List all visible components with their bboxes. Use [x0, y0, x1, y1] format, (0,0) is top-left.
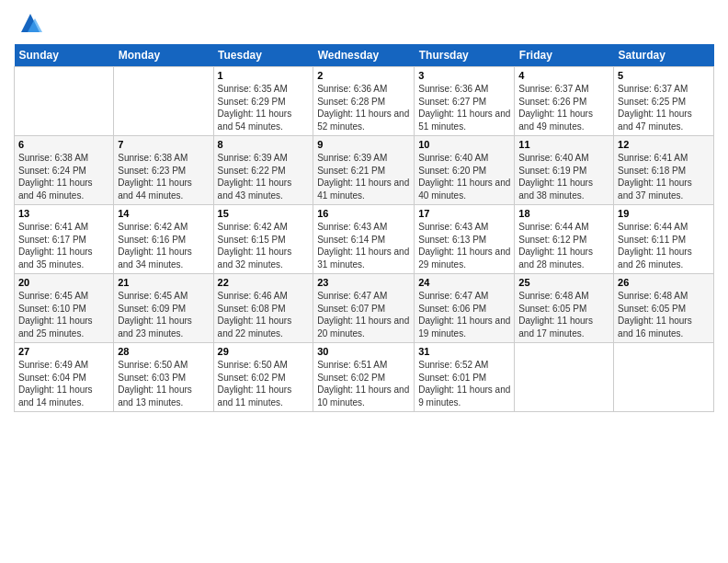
- day-number: 7: [118, 139, 209, 150]
- day-cell: 2Sunrise: 6:36 AM Sunset: 6:28 PM Daylig…: [313, 67, 415, 136]
- day-cell: 6Sunrise: 6:38 AM Sunset: 6:24 PM Daylig…: [15, 136, 114, 205]
- day-cell: 19Sunrise: 6:44 AM Sunset: 6:11 PM Dayli…: [614, 205, 714, 274]
- day-cell: [15, 67, 114, 136]
- day-info: Sunrise: 6:38 AM Sunset: 6:24 PM Dayligh…: [18, 152, 109, 201]
- day-info: Sunrise: 6:36 AM Sunset: 6:27 PM Dayligh…: [418, 83, 510, 132]
- day-cell: 28Sunrise: 6:50 AM Sunset: 6:03 PM Dayli…: [114, 343, 213, 412]
- day-info: Sunrise: 6:41 AM Sunset: 6:18 PM Dayligh…: [618, 152, 710, 201]
- day-cell: 8Sunrise: 6:39 AM Sunset: 6:22 PM Daylig…: [213, 136, 313, 205]
- day-number: 2: [317, 70, 410, 81]
- day-info: Sunrise: 6:40 AM Sunset: 6:19 PM Dayligh…: [518, 152, 609, 201]
- day-info: Sunrise: 6:35 AM Sunset: 6:29 PM Dayligh…: [218, 83, 310, 132]
- day-info: Sunrise: 6:42 AM Sunset: 6:16 PM Dayligh…: [118, 221, 209, 270]
- day-cell: 3Sunrise: 6:36 AM Sunset: 6:27 PM Daylig…: [415, 67, 515, 136]
- day-info: Sunrise: 6:37 AM Sunset: 6:26 PM Dayligh…: [518, 83, 609, 132]
- day-cell: 30Sunrise: 6:51 AM Sunset: 6:02 PM Dayli…: [313, 343, 415, 412]
- day-info: Sunrise: 6:45 AM Sunset: 6:10 PM Dayligh…: [18, 290, 109, 339]
- day-cell: 27Sunrise: 6:49 AM Sunset: 6:04 PM Dayli…: [15, 343, 114, 412]
- day-info: Sunrise: 6:38 AM Sunset: 6:23 PM Dayligh…: [118, 152, 209, 201]
- day-info: Sunrise: 6:44 AM Sunset: 6:12 PM Dayligh…: [518, 221, 609, 270]
- week-row-2: 6Sunrise: 6:38 AM Sunset: 6:24 PM Daylig…: [15, 136, 714, 205]
- day-cell: [114, 67, 213, 136]
- day-cell: 4Sunrise: 6:37 AM Sunset: 6:26 PM Daylig…: [515, 67, 614, 136]
- weekday-header-thursday: Thursday: [415, 44, 515, 67]
- day-number: 27: [18, 346, 109, 357]
- day-info: Sunrise: 6:40 AM Sunset: 6:20 PM Dayligh…: [418, 152, 510, 201]
- logo-icon: [17, 9, 44, 37]
- day-info: Sunrise: 6:50 AM Sunset: 6:02 PM Dayligh…: [218, 359, 310, 408]
- day-cell: 11Sunrise: 6:40 AM Sunset: 6:19 PM Dayli…: [515, 136, 614, 205]
- day-info: Sunrise: 6:52 AM Sunset: 6:01 PM Dayligh…: [418, 359, 510, 408]
- weekday-header-tuesday: Tuesday: [213, 44, 313, 67]
- weekday-header-wednesday: Wednesday: [313, 44, 415, 67]
- day-number: 29: [218, 346, 310, 357]
- day-number: 5: [618, 70, 710, 81]
- day-cell: 14Sunrise: 6:42 AM Sunset: 6:16 PM Dayli…: [114, 205, 213, 274]
- day-cell: 26Sunrise: 6:48 AM Sunset: 6:05 PM Dayli…: [614, 274, 714, 343]
- calendar-table: SundayMondayTuesdayWednesdayThursdayFrid…: [14, 44, 714, 412]
- day-cell: 21Sunrise: 6:45 AM Sunset: 6:09 PM Dayli…: [114, 274, 213, 343]
- day-number: 9: [317, 139, 410, 150]
- weekday-header-friday: Friday: [515, 44, 614, 67]
- page-container: SundayMondayTuesdayWednesdayThursdayFrid…: [0, 0, 728, 417]
- day-info: Sunrise: 6:49 AM Sunset: 6:04 PM Dayligh…: [18, 359, 109, 408]
- day-info: Sunrise: 6:51 AM Sunset: 6:02 PM Dayligh…: [317, 359, 410, 408]
- day-info: Sunrise: 6:48 AM Sunset: 6:05 PM Dayligh…: [618, 290, 710, 339]
- day-cell: 9Sunrise: 6:39 AM Sunset: 6:21 PM Daylig…: [313, 136, 415, 205]
- day-info: Sunrise: 6:43 AM Sunset: 6:14 PM Dayligh…: [317, 221, 410, 270]
- day-cell: 24Sunrise: 6:47 AM Sunset: 6:06 PM Dayli…: [415, 274, 515, 343]
- day-cell: 23Sunrise: 6:47 AM Sunset: 6:07 PM Dayli…: [313, 274, 415, 343]
- day-cell: 1Sunrise: 6:35 AM Sunset: 6:29 PM Daylig…: [213, 67, 313, 136]
- day-info: Sunrise: 6:47 AM Sunset: 6:07 PM Dayligh…: [317, 290, 410, 339]
- day-number: 22: [218, 277, 310, 288]
- day-number: 14: [118, 208, 209, 219]
- day-number: 24: [418, 277, 510, 288]
- day-info: Sunrise: 6:43 AM Sunset: 6:13 PM Dayligh…: [418, 221, 510, 270]
- header: [14, 9, 714, 37]
- day-number: 18: [518, 208, 609, 219]
- day-number: 12: [618, 139, 710, 150]
- weekday-header-saturday: Saturday: [614, 44, 714, 67]
- day-number: 26: [618, 277, 710, 288]
- day-cell: 18Sunrise: 6:44 AM Sunset: 6:12 PM Dayli…: [515, 205, 614, 274]
- weekday-header-monday: Monday: [114, 44, 213, 67]
- day-number: 6: [18, 139, 109, 150]
- day-info: Sunrise: 6:39 AM Sunset: 6:22 PM Dayligh…: [218, 152, 310, 201]
- day-info: Sunrise: 6:45 AM Sunset: 6:09 PM Dayligh…: [118, 290, 209, 339]
- day-number: 31: [418, 346, 510, 357]
- logo: [14, 9, 44, 37]
- day-info: Sunrise: 6:48 AM Sunset: 6:05 PM Dayligh…: [518, 290, 609, 339]
- day-info: Sunrise: 6:47 AM Sunset: 6:06 PM Dayligh…: [418, 290, 510, 339]
- week-row-1: 1Sunrise: 6:35 AM Sunset: 6:29 PM Daylig…: [15, 67, 714, 136]
- day-cell: 29Sunrise: 6:50 AM Sunset: 6:02 PM Dayli…: [213, 343, 313, 412]
- day-cell: 15Sunrise: 6:42 AM Sunset: 6:15 PM Dayli…: [213, 205, 313, 274]
- day-number: 16: [317, 208, 410, 219]
- day-cell: 20Sunrise: 6:45 AM Sunset: 6:10 PM Dayli…: [15, 274, 114, 343]
- week-row-3: 13Sunrise: 6:41 AM Sunset: 6:17 PM Dayli…: [15, 205, 714, 274]
- day-cell: 10Sunrise: 6:40 AM Sunset: 6:20 PM Dayli…: [415, 136, 515, 205]
- day-cell: 16Sunrise: 6:43 AM Sunset: 6:14 PM Dayli…: [313, 205, 415, 274]
- day-number: 30: [317, 346, 410, 357]
- day-cell: 17Sunrise: 6:43 AM Sunset: 6:13 PM Dayli…: [415, 205, 515, 274]
- day-info: Sunrise: 6:36 AM Sunset: 6:28 PM Dayligh…: [317, 83, 410, 132]
- day-number: 3: [418, 70, 510, 81]
- day-number: 1: [218, 70, 310, 81]
- day-cell: 31Sunrise: 6:52 AM Sunset: 6:01 PM Dayli…: [415, 343, 515, 412]
- weekday-header-sunday: Sunday: [15, 44, 114, 67]
- weekday-header-row: SundayMondayTuesdayWednesdayThursdayFrid…: [15, 44, 714, 67]
- day-info: Sunrise: 6:44 AM Sunset: 6:11 PM Dayligh…: [618, 221, 710, 270]
- day-number: 23: [317, 277, 410, 288]
- day-info: Sunrise: 6:46 AM Sunset: 6:08 PM Dayligh…: [218, 290, 310, 339]
- day-number: 13: [18, 208, 109, 219]
- day-cell: 13Sunrise: 6:41 AM Sunset: 6:17 PM Dayli…: [15, 205, 114, 274]
- week-row-5: 27Sunrise: 6:49 AM Sunset: 6:04 PM Dayli…: [15, 343, 714, 412]
- day-number: 10: [418, 139, 510, 150]
- day-cell: 12Sunrise: 6:41 AM Sunset: 6:18 PM Dayli…: [614, 136, 714, 205]
- day-number: 11: [518, 139, 609, 150]
- day-number: 8: [218, 139, 310, 150]
- day-number: 19: [618, 208, 710, 219]
- day-number: 20: [18, 277, 109, 288]
- day-number: 4: [518, 70, 609, 81]
- day-number: 21: [118, 277, 209, 288]
- day-cell: [515, 343, 614, 412]
